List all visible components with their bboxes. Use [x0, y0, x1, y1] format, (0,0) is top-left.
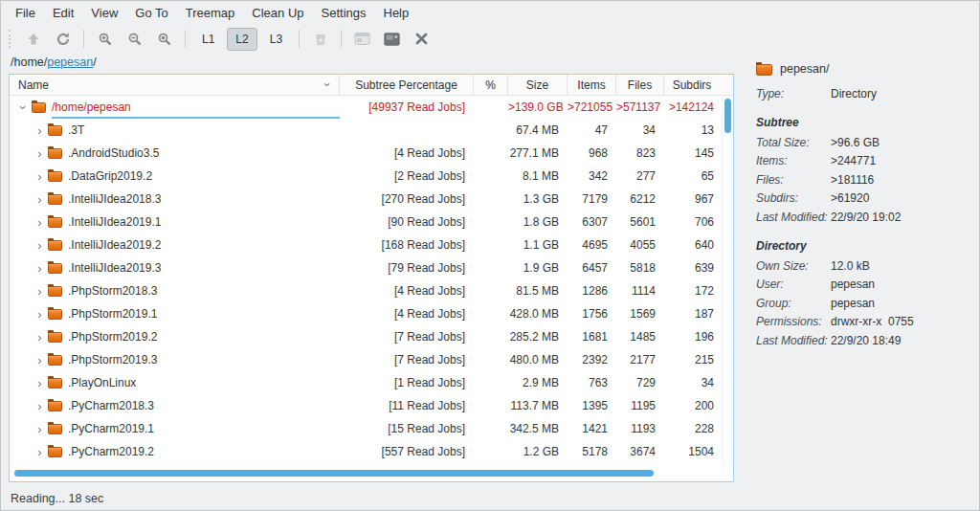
- column-header-subtree-percentage[interactable]: Subtree Percentage: [340, 75, 474, 95]
- menu-treemap[interactable]: Treemap: [177, 2, 244, 24]
- row-items: 763: [568, 376, 616, 389]
- folder-icon: [48, 355, 62, 366]
- details-value: 12.0 kB: [831, 260, 870, 273]
- column-header-size[interactable]: Size: [508, 75, 568, 95]
- row-size: 1.2 GB: [508, 445, 568, 458]
- column-header-name[interactable]: Name ›: [10, 75, 340, 95]
- zoom-in-button[interactable]: [92, 28, 118, 51]
- chevron-right-icon[interactable]: ›: [33, 400, 46, 412]
- table-row[interactable]: › .IntelliJIdea2019.2 [168 Read Jobs] 1.…: [10, 233, 733, 256]
- column-header-items[interactable]: Items: [568, 75, 616, 95]
- menu-edit[interactable]: Edit: [44, 2, 82, 24]
- row-subdirs: 65: [664, 169, 720, 183]
- toolbar-handle[interactable]: [9, 30, 11, 48]
- menu-view[interactable]: View: [82, 2, 126, 24]
- row-size: 342.5 MB: [508, 422, 568, 435]
- chevron-right-icon[interactable]: ›: [33, 423, 46, 435]
- details-row: Items:>244771: [756, 155, 974, 167]
- vertical-scrollbar[interactable]: [722, 97, 732, 465]
- row-name-cell: › .PhpStorm2018.3: [10, 279, 340, 302]
- table-row[interactable]: › .PhpStorm2019.3 [7 Read Jobs] 480.0 MB…: [10, 348, 733, 371]
- row-name: .IntelliJIdea2019.2: [68, 238, 161, 252]
- chevron-right-icon[interactable]: ›: [33, 170, 46, 183]
- details-value: pepesan: [831, 278, 875, 291]
- chevron-right-icon[interactable]: ›: [33, 147, 46, 160]
- row-size: 428.0 MB: [508, 307, 568, 321]
- table-row[interactable]: › .PlayOnLinux [1 Read Jobs] 2.9 MB 763 …: [10, 371, 733, 394]
- chevron-down-icon[interactable]: ›: [17, 101, 30, 114]
- stop-button[interactable]: [409, 28, 434, 51]
- row-files: 1114: [616, 284, 664, 298]
- chevron-right-icon[interactable]: ›: [33, 216, 46, 229]
- treemap-window-button[interactable]: [349, 28, 375, 51]
- level-1-button[interactable]: L1: [193, 28, 223, 51]
- qdirstat-window: { "menu": { "items": ["File", "Edit", "V…: [0, 0, 980, 511]
- table-row[interactable]: › .PhpStorm2018.3 [4 Read Jobs] 81.5 MB …: [10, 279, 733, 302]
- vertical-scrollbar-thumb[interactable]: [724, 99, 731, 133]
- table-row[interactable]: › .IntelliJIdea2018.3 [270 Read Jobs] 1.…: [10, 188, 733, 211]
- zoom-fit-button[interactable]: [151, 28, 177, 51]
- chevron-right-icon[interactable]: ›: [33, 446, 46, 458]
- details-value: 22/9/20 19:02: [831, 211, 901, 224]
- table-row[interactable]: › .PyCharm2019.2 [557 Read Jobs] 1.2 GB …: [10, 440, 733, 463]
- row-items: 1756: [568, 307, 616, 321]
- details-row: Last Modified:22/9/20 19:02: [756, 211, 974, 224]
- chevron-right-icon[interactable]: ›: [33, 193, 46, 206]
- table-row[interactable]: › .3T 67.4 MB 47 34 13: [10, 119, 733, 142]
- table-row[interactable]: › .IntelliJIdea2019.3 [79 Read Jobs] 1.9…: [10, 256, 733, 279]
- row-name-cell: › .3T: [10, 119, 340, 142]
- level-2-button[interactable]: L2: [227, 28, 256, 51]
- column-header-subdirs[interactable]: Subdirs: [664, 75, 720, 95]
- column-header-files[interactable]: Files: [616, 75, 664, 95]
- folder-icon: [48, 332, 62, 343]
- up-button[interactable]: [20, 28, 46, 51]
- menu-file[interactable]: File: [7, 2, 44, 24]
- row-size: 285.2 MB: [508, 330, 568, 344]
- table-row[interactable]: › /home/pepesan [49937 Read Jobs] >139.0…: [10, 96, 733, 119]
- refresh-button[interactable]: [50, 28, 76, 51]
- menu-clean-up[interactable]: Clean Up: [243, 2, 312, 24]
- chevron-right-icon[interactable]: ›: [33, 308, 46, 321]
- table-row[interactable]: › .PyCharm2018.3 [11 Read Jobs] 113.7 MB…: [10, 394, 733, 417]
- chevron-right-icon[interactable]: ›: [33, 262, 46, 275]
- details-value: drwxr-xr-x 0755: [831, 316, 914, 328]
- table-row[interactable]: › .DataGrip2019.2 [2 Read Jobs] 8.1 MB 3…: [10, 165, 733, 188]
- chevron-right-icon[interactable]: ›: [33, 285, 46, 298]
- table-row[interactable]: › .PhpStorm2019.2 [7 Read Jobs] 285.2 MB…: [10, 325, 733, 348]
- details-label: Total Size:: [756, 137, 831, 149]
- table-row[interactable]: › .AndroidStudio3.5 [4 Read Jobs] 277.1 …: [10, 142, 733, 165]
- chevron-right-icon[interactable]: ›: [33, 239, 46, 252]
- trash-button[interactable]: [307, 28, 333, 51]
- table-body: › /home/pepesan [49937 Read Jobs] >139.0…: [10, 96, 733, 463]
- treemap-image-button[interactable]: [379, 28, 405, 51]
- row-name-cell: › .PyCharm2018.3: [10, 394, 340, 417]
- row-subdirs: 228: [664, 422, 720, 435]
- chevron-right-icon[interactable]: ›: [33, 354, 46, 367]
- row-subtree-percentage: [270 Read Jobs]: [340, 192, 474, 206]
- table-row[interactable]: › .PhpStorm2019.1 [4 Read Jobs] 428.0 MB…: [10, 302, 733, 325]
- chevron-right-icon[interactable]: ›: [33, 377, 46, 389]
- status-text: Reading... 18 sec: [11, 492, 103, 505]
- horizontal-scrollbar[interactable]: [11, 468, 721, 479]
- column-header-percent[interactable]: %: [474, 75, 508, 95]
- row-subdirs: 639: [664, 261, 720, 275]
- breadcrumb-link-pepesan[interactable]: pepesan: [47, 56, 93, 69]
- chevron-right-icon[interactable]: ›: [33, 331, 46, 344]
- trash-icon: [313, 32, 328, 47]
- row-files: 5818: [616, 261, 664, 275]
- folder-icon: [48, 263, 62, 274]
- level-3-button[interactable]: L3: [261, 28, 291, 51]
- row-items: 6457: [568, 261, 616, 275]
- menu-help[interactable]: Help: [375, 2, 418, 24]
- table-row[interactable]: › .IntelliJIdea2019.1 [90 Read Jobs] 1.8…: [10, 211, 733, 233]
- zoom-out-button[interactable]: [122, 28, 147, 51]
- row-subdirs: >142124: [664, 100, 720, 114]
- details-section-header: Subtree: [756, 116, 974, 129]
- chevron-right-icon[interactable]: ›: [33, 124, 46, 137]
- row-subtree-percentage: [4 Read Jobs]: [340, 307, 474, 321]
- details-label: Permissions:: [756, 316, 831, 328]
- menu-settings[interactable]: Settings: [313, 2, 375, 24]
- horizontal-scrollbar-thumb[interactable]: [14, 470, 654, 477]
- table-row[interactable]: › .PyCharm2019.1 [15 Read Jobs] 342.5 MB…: [10, 417, 733, 440]
- menu-go-to[interactable]: Go To: [126, 2, 176, 24]
